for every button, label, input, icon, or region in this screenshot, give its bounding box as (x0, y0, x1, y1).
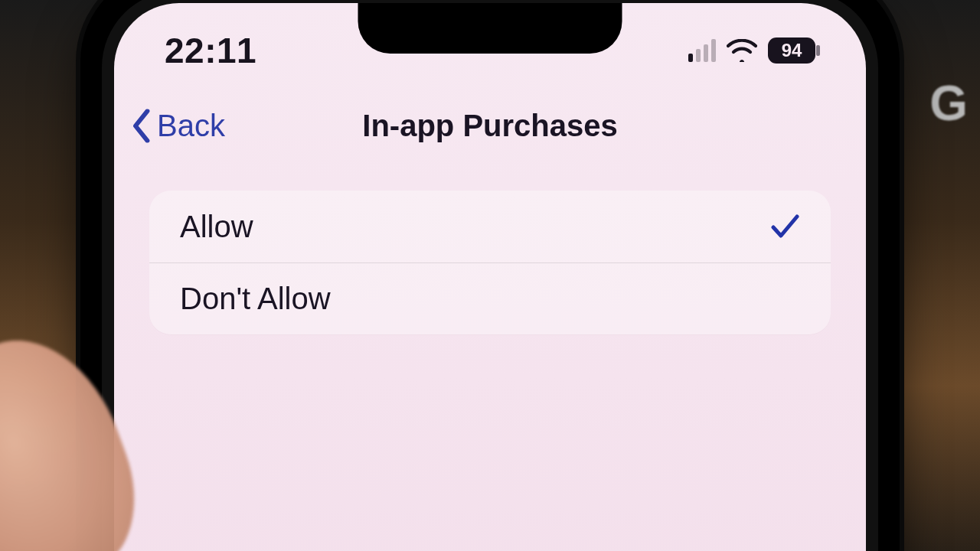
background-text: G (929, 75, 969, 132)
status-time: 22:11 (165, 30, 256, 71)
cellular-icon (688, 39, 716, 62)
option-label: Allow (180, 210, 253, 244)
page-title: In-app Purchases (362, 109, 617, 143)
chevron-left-icon (131, 109, 154, 142)
options-list: Allow Don't Allow (149, 191, 831, 334)
screen: 22:11 94 (114, 3, 866, 551)
back-label: Back (157, 109, 225, 143)
battery-level: 94 (782, 40, 802, 61)
option-dont-allow[interactable]: Don't Allow (149, 262, 831, 334)
phone-frame: 22:11 94 (80, 0, 900, 551)
nav-bar: Back In-app Purchases (114, 95, 866, 156)
checkmark-icon (769, 211, 800, 242)
status-indicators: 94 (688, 37, 815, 64)
notch (358, 3, 622, 54)
back-button[interactable]: Back (131, 109, 225, 143)
phone-bezel: 22:11 94 (102, 0, 878, 551)
option-allow[interactable]: Allow (149, 191, 831, 262)
option-label: Don't Allow (180, 282, 331, 316)
battery-indicator: 94 (768, 37, 815, 64)
wifi-icon (727, 39, 757, 62)
